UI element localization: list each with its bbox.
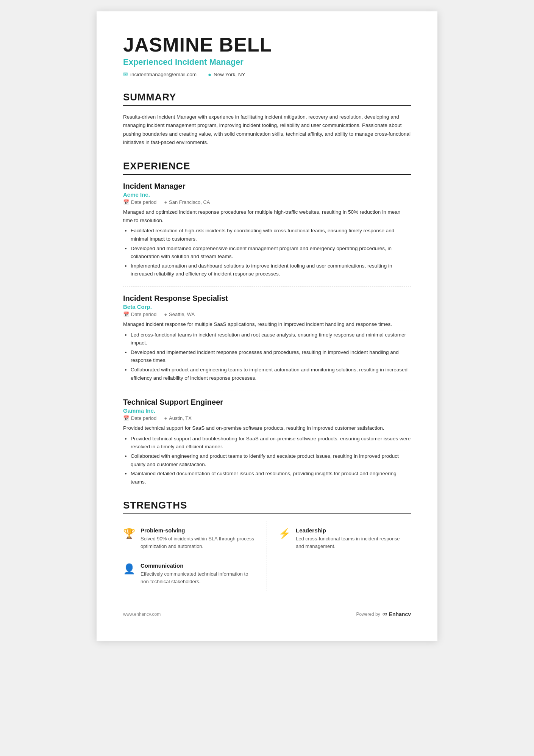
job-item-3: Technical Support Engineer Gamma Inc. 📅 … [123,398,411,486]
company-2: Beta Corp. [123,304,411,310]
strength-name-1: Problem-solving [141,527,255,534]
bullet-2-1: Led cross-functional teams in incident r… [131,331,411,347]
experience-section: EXPERIENCE Incident Manager Acme Inc. 📅 … [123,160,411,486]
strengths-section: STRENGTHS 🏆 Problem-solving Solved 90% o… [123,499,411,591]
location-value: New York, NY [214,72,245,77]
job-title-2: Incident Response Specialist [123,294,411,303]
calendar-icon-3: 📅 [123,415,129,421]
strength-content-1: Problem-solving Solved 90% of incidents … [141,527,255,550]
job-meta-1: 📅 Date period ● San Francisco, CA [123,199,411,205]
footer-website: www.enhancv.com [123,612,161,617]
resume-document: JASMINE BELL Experienced Incident Manage… [97,11,437,641]
job-item-2: Incident Response Specialist Beta Corp. … [123,294,411,390]
location-3: ● Austin, TX [164,415,192,421]
strengths-title: STRENGTHS [123,499,411,514]
job-item-1: Incident Manager Acme Inc. 📅 Date period… [123,182,411,286]
company-1: Acme Inc. [123,191,411,198]
header-section: JASMINE BELL Experienced Incident Manage… [123,34,411,78]
summary-section: SUMMARY Results-driven Incident Manager … [123,91,411,147]
contact-info: ✉ incidentmanager@email.com ● New York, … [123,71,411,78]
bullet-1-3: Implemented automation and dashboard sol… [131,262,411,278]
footer: www.enhancv.com Powered by ∞ Enhancv [123,610,411,618]
job-bullets-1: Facilitated resolution of high-risk inci… [123,227,411,278]
footer-brand: Powered by ∞ Enhancv [356,610,411,618]
email-icon: ✉ [123,71,128,78]
communication-icon: 👤 [123,563,135,575]
strength-item-1: 🏆 Problem-solving Solved 90% of incident… [123,521,267,556]
job-meta-3: 📅 Date period ● Austin, TX [123,415,411,421]
date-3: 📅 Date period [123,415,156,421]
job-bullets-2: Led cross-functional teams in incident r… [123,331,411,382]
job-meta-2: 📅 Date period ● Seattle, WA [123,311,411,317]
job-title-1: Incident Manager [123,182,411,191]
job-desc-2: Managed incident response for multiple S… [123,320,411,329]
bullet-1-1: Facilitated resolution of high-risk inci… [131,227,411,243]
location-icon: ● [208,71,211,78]
strength-name-3: Communication [141,562,255,569]
strength-desc-2: Led cross-functional teams in incident r… [296,535,405,550]
date-1: 📅 Date period [123,199,156,205]
summary-title: SUMMARY [123,91,411,106]
job-bullets-3: Provided technical support and troublesh… [123,435,411,486]
location-1: ● San Francisco, CA [164,199,210,205]
location-2: ● Seattle, WA [164,311,195,317]
location-contact: ● New York, NY [208,71,245,78]
bullet-1-2: Developed and maintained comprehensive i… [131,244,411,261]
experience-title: EXPERIENCE [123,160,411,175]
strength-empty-slot [267,556,411,591]
strength-desc-3: Effectively communicated technical infor… [141,570,255,585]
bullet-3-2: Collaborated with engineering and produc… [131,452,411,468]
strength-name-2: Leadership [296,527,405,534]
powered-by-label: Powered by [356,612,380,617]
trophy-icon: 🏆 [123,528,135,540]
strength-item-2: ⚡ Leadership Led cross-functional teams … [267,521,411,556]
candidate-name: JASMINE BELL [123,34,411,56]
company-3: Gamma Inc. [123,407,411,414]
leadership-icon: ⚡ [278,528,290,540]
date-2: 📅 Date period [123,311,156,317]
calendar-icon-1: 📅 [123,199,129,205]
pin-icon-1: ● [164,199,167,205]
strength-item-3: 👤 Communication Effectively communicated… [123,556,267,591]
bullet-2-3: Collaborated with product and engineerin… [131,366,411,382]
pin-icon-2: ● [164,311,167,317]
pin-icon-3: ● [164,415,167,421]
job-desc-1: Managed and optimized incident response … [123,208,411,224]
bullet-3-3: Maintained detailed documentation of cus… [131,470,411,486]
enhancv-logo: ∞ Enhancv [383,610,411,618]
calendar-icon-2: 📅 [123,311,129,317]
summary-text: Results-driven Incident Manager with exp… [123,113,411,147]
strength-desc-1: Solved 90% of incidents within SLA throu… [141,535,255,550]
candidate-title: Experienced Incident Manager [123,57,411,67]
logo-symbol: ∞ [383,610,387,618]
job-desc-3: Provided technical support for SaaS and … [123,424,411,432]
bullet-2-2: Developed and implemented incident respo… [131,348,411,365]
email-value: incidentmanager@email.com [130,72,197,77]
strength-content-3: Communication Effectively communicated t… [141,562,255,585]
strength-content-2: Leadership Led cross-functional teams in… [296,527,405,550]
email-contact: ✉ incidentmanager@email.com [123,71,197,78]
bullet-3-1: Provided technical support and troublesh… [131,435,411,451]
job-title-3: Technical Support Engineer [123,398,411,407]
brand-name: Enhancv [389,611,411,617]
strengths-grid: 🏆 Problem-solving Solved 90% of incident… [123,521,411,591]
